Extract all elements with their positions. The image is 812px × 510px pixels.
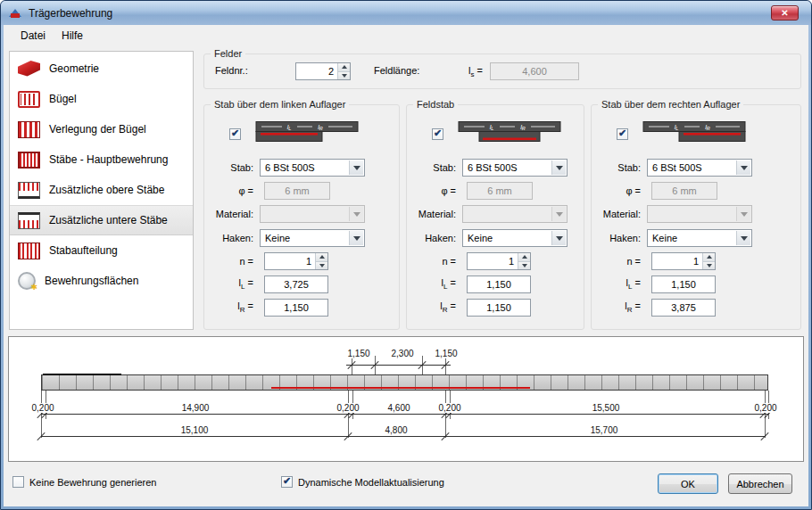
- stepper-buttons: [337, 63, 350, 79]
- bottom-bars-icon: [18, 212, 40, 229]
- material-label: Material:: [592, 209, 647, 219]
- n-stepper[interactable]: 1: [264, 252, 328, 270]
- chevron-down-icon: [551, 160, 566, 175]
- phi-label: φ =: [592, 185, 647, 196]
- spin-up-button[interactable]: [703, 253, 715, 262]
- stab-label: Stab:: [592, 162, 647, 173]
- phi-field: 6 mm: [264, 182, 330, 200]
- spin-down-button[interactable]: [316, 262, 327, 270]
- stab-enabled-checkbox[interactable]: ✔: [229, 128, 241, 140]
- cancel-button[interactable]: Abbrechen: [728, 473, 792, 494]
- sidebar-item-label: Bügel: [49, 93, 77, 105]
- stab-enabled-checkbox[interactable]: ✔: [617, 128, 628, 140]
- dim-label: 0,200: [335, 403, 360, 413]
- haken-label: Haken:: [407, 233, 462, 243]
- stab-value: 6 BSt 500S: [652, 162, 702, 173]
- dialog-traegerbewehrung: Trägerbewehrung ✕ Datei Hilfe Geometrie …: [0, 0, 812, 510]
- check-icon: ✔: [283, 476, 291, 486]
- stab-label: Stab:: [407, 162, 462, 173]
- menu-datei[interactable]: Datei: [12, 26, 54, 45]
- haken-label: Haken:: [592, 233, 647, 243]
- sidebar-item-staebe-hauptbewehrung[interactable]: Stäbe - Hauptbewehrung: [10, 144, 193, 175]
- ll-label: lL =: [592, 277, 647, 291]
- check-icon: ✔: [231, 128, 239, 138]
- cancel-button-label: Abbrechen: [736, 479, 783, 489]
- lr-field[interactable]: 1,150: [467, 299, 531, 317]
- top-bars-icon: [18, 182, 40, 199]
- spin-down-button[interactable]: [703, 262, 715, 270]
- sidebar-item-label: Zusätzliche obere Stäbe: [49, 184, 164, 196]
- stab-select[interactable]: 6 BSt 500S: [260, 159, 365, 177]
- sidebar-item-stabaufteilung[interactable]: Stabaufteilung: [10, 235, 193, 266]
- stepper-buttons: [315, 253, 327, 269]
- haken-select[interactable]: Keine: [462, 229, 568, 247]
- dim-label: 15,700: [589, 425, 620, 435]
- group-stab-left-support: Stab über dem linken Auflager ✔ lL lR St…: [203, 104, 400, 330]
- n-stepper[interactable]: 1: [651, 252, 716, 270]
- stab-select[interactable]: 6 BSt 500S: [462, 159, 568, 177]
- ll-field[interactable]: 1,150: [651, 276, 716, 293]
- stirrup-icon: [18, 91, 40, 108]
- sidebar-item-verlegung-der-buegel[interactable]: Verlegung der Bügel: [10, 114, 193, 144]
- stab-preview-image: lL lR: [458, 119, 561, 145]
- lr-field[interactable]: 3,875: [651, 299, 716, 317]
- haken-value: Keine: [265, 233, 290, 243]
- dialog-body: Datei Hilfe Geometrie Bügel Verlegung de…: [4, 25, 808, 506]
- spin-up-button[interactable]: [518, 253, 530, 262]
- app-icon: [8, 6, 22, 21]
- dim-label: 1,150: [433, 349, 459, 358]
- sidebar-item-bewehrungsflaechen[interactable]: ✱ Bewehrungsflächen: [10, 266, 193, 296]
- check-icon: ✔: [618, 128, 626, 138]
- haken-select[interactable]: Keine: [260, 229, 365, 247]
- geometry-icon: [18, 61, 40, 78]
- n-label: n =: [204, 256, 260, 267]
- chevron-down-icon: [349, 231, 363, 245]
- feldnr-value: 2: [296, 63, 337, 79]
- spin-up-button[interactable]: [338, 63, 350, 72]
- check-icon: ✔: [434, 128, 442, 138]
- stab-label: Stab:: [204, 162, 260, 173]
- n-stepper[interactable]: 1: [467, 252, 531, 270]
- sidebar-item-geometrie[interactable]: Geometrie: [10, 53, 193, 84]
- no-reinforcement-checkbox[interactable]: Keine Bewehrung generieren: [12, 476, 157, 488]
- group-felder: Felder Feldnr.: 2 Feldlänge: ls = 4,600: [203, 53, 801, 89]
- dimension-line: [41, 414, 768, 415]
- lr-label: lR =: [407, 300, 462, 314]
- checkbox-label: Dynamische Modellaktualisierung: [298, 477, 444, 488]
- lr-label: lR =: [592, 300, 647, 314]
- spin-down-button[interactable]: [518, 262, 530, 270]
- close-button[interactable]: ✕: [771, 5, 799, 21]
- dim-label: 4,600: [385, 403, 411, 413]
- material-select: [260, 205, 365, 223]
- stab-select[interactable]: 6 BSt 500S: [647, 159, 752, 177]
- phi-field: 6 mm: [467, 182, 533, 200]
- stab-enabled-checkbox[interactable]: ✔: [432, 128, 443, 140]
- ll-label: lL =: [204, 277, 260, 291]
- sidebar-item-buegel[interactable]: Bügel: [10, 84, 193, 114]
- spin-down-button[interactable]: [338, 72, 350, 80]
- haken-select[interactable]: Keine: [647, 229, 752, 247]
- feldnr-stepper[interactable]: 2: [295, 62, 351, 80]
- n-value: 1: [652, 253, 702, 269]
- bottom-reinforcement-segment: [271, 387, 530, 389]
- menu-hilfe[interactable]: Hilfe: [54, 26, 91, 45]
- ok-button[interactable]: OK: [658, 473, 718, 494]
- ll-field[interactable]: 1,150: [467, 276, 531, 293]
- lr-field[interactable]: 1,150: [264, 299, 328, 317]
- sidebar-item-label: Zusätzliche untere Stäbe: [49, 214, 168, 226]
- phi-label: φ =: [407, 185, 462, 196]
- group-stab-right-support: Stab über dem rechten Auflager ✔ lL lR S…: [591, 104, 801, 330]
- stirrup-layout-icon: [18, 121, 40, 138]
- sidebar-item-zusaetzliche-untere-staebe[interactable]: Zusätzliche untere Stäbe: [10, 205, 193, 235]
- group-title: Stab über dem linken Auflager: [211, 99, 349, 110]
- ll-field[interactable]: 3,725: [264, 276, 328, 293]
- dim-label: 15,500: [591, 403, 622, 413]
- stab-preview-image: lL lR: [642, 119, 746, 145]
- phi-field: 6 mm: [651, 182, 717, 200]
- lr-label: lR =: [204, 300, 260, 314]
- window-title: Trägerbewehrung: [29, 7, 112, 20]
- stab-value: 6 BSt 500S: [265, 162, 315, 173]
- dynamic-update-checkbox[interactable]: ✔ Dynamische Modellaktualisierung: [281, 476, 444, 488]
- spin-up-button[interactable]: [316, 253, 327, 262]
- sidebar-item-zusaetzliche-obere-staebe[interactable]: Zusätzliche obere Stäbe: [10, 175, 193, 205]
